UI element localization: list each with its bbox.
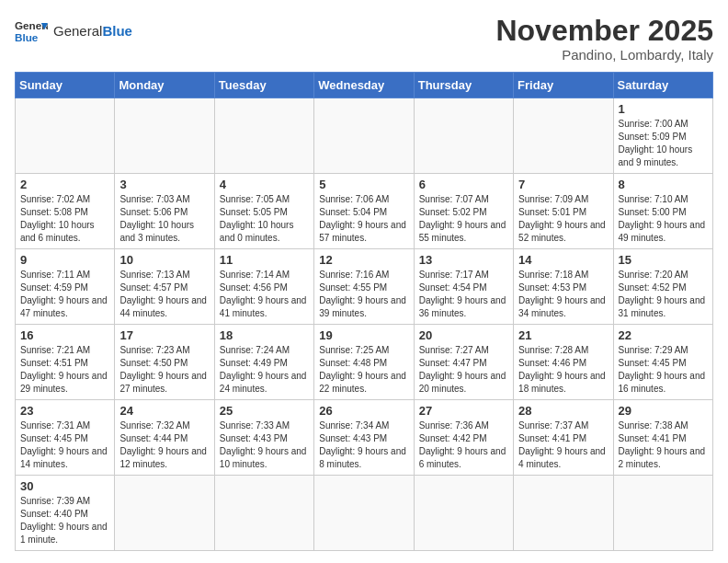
day-cell: 24Sunrise: 7:32 AM Sunset: 4:44 PM Dayli…	[115, 400, 214, 476]
day-info: Sunrise: 7:28 AM Sunset: 4:46 PM Dayligh…	[518, 344, 608, 396]
day-number: 7	[518, 178, 608, 191]
day-number: 29	[619, 404, 708, 418]
day-number: 4	[220, 178, 309, 191]
day-header-monday: Monday	[115, 73, 214, 98]
day-header-saturday: Saturday	[613, 73, 712, 98]
day-info: Sunrise: 7:25 AM Sunset: 4:48 PM Dayligh…	[319, 344, 408, 396]
day-cell	[613, 476, 712, 551]
day-cell: 23Sunrise: 7:31 AM Sunset: 4:45 PM Dayli…	[16, 400, 115, 476]
day-cell	[214, 98, 313, 174]
day-cell	[414, 98, 513, 174]
day-cell: 11Sunrise: 7:14 AM Sunset: 4:56 PM Dayli…	[214, 249, 313, 325]
day-cell	[16, 98, 115, 174]
day-info: Sunrise: 7:34 AM Sunset: 4:43 PM Dayligh…	[319, 419, 408, 471]
day-cell: 16Sunrise: 7:21 AM Sunset: 4:51 PM Dayli…	[16, 325, 115, 400]
day-info: Sunrise: 7:05 AM Sunset: 5:05 PM Dayligh…	[220, 193, 309, 245]
day-cell: 2Sunrise: 7:02 AM Sunset: 5:08 PM Daylig…	[16, 174, 115, 249]
logo-icon: General Blue	[15, 15, 48, 48]
day-info: Sunrise: 7:27 AM Sunset: 4:47 PM Dayligh…	[419, 344, 508, 396]
day-number: 18	[220, 328, 309, 342]
day-info: Sunrise: 7:03 AM Sunset: 5:06 PM Dayligh…	[119, 193, 209, 245]
day-number: 3	[119, 178, 209, 191]
day-number: 10	[119, 253, 209, 267]
day-number: 17	[119, 328, 209, 342]
day-number: 21	[518, 328, 608, 342]
day-number: 20	[419, 328, 508, 342]
day-header-tuesday: Tuesday	[214, 73, 313, 98]
day-number: 14	[518, 253, 608, 267]
day-info: Sunrise: 7:17 AM Sunset: 4:54 PM Dayligh…	[419, 269, 508, 320]
day-header-sunday: Sunday	[16, 73, 115, 98]
day-info: Sunrise: 7:23 AM Sunset: 4:50 PM Dayligh…	[119, 344, 209, 396]
day-info: Sunrise: 7:07 AM Sunset: 5:02 PM Dayligh…	[419, 193, 508, 245]
location: Pandino, Lombardy, Italy	[495, 47, 713, 63]
day-cell: 25Sunrise: 7:33 AM Sunset: 4:43 PM Dayli…	[214, 400, 313, 476]
day-number: 19	[319, 328, 408, 342]
day-info: Sunrise: 7:09 AM Sunset: 5:01 PM Dayligh…	[518, 193, 608, 245]
day-number: 25	[220, 404, 309, 418]
days-header-row: SundayMondayTuesdayWednesdayThursdayFrid…	[16, 73, 713, 98]
day-info: Sunrise: 7:16 AM Sunset: 4:55 PM Dayligh…	[319, 269, 408, 320]
day-cell: 5Sunrise: 7:06 AM Sunset: 5:04 PM Daylig…	[314, 174, 414, 249]
day-number: 15	[619, 253, 708, 267]
day-info: Sunrise: 7:21 AM Sunset: 4:51 PM Dayligh…	[20, 344, 109, 396]
day-cell: 6Sunrise: 7:07 AM Sunset: 5:02 PM Daylig…	[414, 174, 513, 249]
day-cell: 22Sunrise: 7:29 AM Sunset: 4:45 PM Dayli…	[613, 325, 712, 400]
week-row-3: 9Sunrise: 7:11 AM Sunset: 4:59 PM Daylig…	[16, 249, 713, 325]
day-info: Sunrise: 7:39 AM Sunset: 4:40 PM Dayligh…	[20, 495, 109, 546]
day-number: 30	[20, 479, 109, 493]
day-info: Sunrise: 7:32 AM Sunset: 4:44 PM Dayligh…	[119, 419, 209, 471]
day-cell: 3Sunrise: 7:03 AM Sunset: 5:06 PM Daylig…	[115, 174, 214, 249]
day-cell	[314, 476, 414, 551]
day-cell: 18Sunrise: 7:24 AM Sunset: 4:49 PM Dayli…	[214, 325, 313, 400]
day-cell: 14Sunrise: 7:18 AM Sunset: 4:53 PM Dayli…	[514, 249, 613, 325]
day-number: 22	[619, 328, 708, 342]
day-cell	[115, 98, 214, 174]
week-row-1: 1Sunrise: 7:00 AM Sunset: 5:09 PM Daylig…	[16, 98, 713, 174]
day-cell: 9Sunrise: 7:11 AM Sunset: 4:59 PM Daylig…	[16, 249, 115, 325]
day-cell	[414, 476, 513, 551]
day-number: 13	[419, 253, 508, 267]
day-info: Sunrise: 7:02 AM Sunset: 5:08 PM Dayligh…	[20, 193, 109, 245]
day-cell: 17Sunrise: 7:23 AM Sunset: 4:50 PM Dayli…	[115, 325, 214, 400]
day-cell	[314, 98, 414, 174]
day-number: 1	[619, 102, 708, 116]
day-cell: 20Sunrise: 7:27 AM Sunset: 4:47 PM Dayli…	[414, 325, 513, 400]
day-cell: 21Sunrise: 7:28 AM Sunset: 4:46 PM Dayli…	[514, 325, 613, 400]
logo-text: GeneralBlue	[53, 23, 132, 40]
day-cell: 12Sunrise: 7:16 AM Sunset: 4:55 PM Dayli…	[314, 249, 414, 325]
day-cell: 13Sunrise: 7:17 AM Sunset: 4:54 PM Dayli…	[414, 249, 513, 325]
day-header-thursday: Thursday	[414, 73, 513, 98]
title-block: November 2025 Pandino, Lombardy, Italy	[495, 15, 713, 63]
day-number: 24	[119, 404, 209, 418]
day-number: 28	[518, 404, 608, 418]
day-cell: 4Sunrise: 7:05 AM Sunset: 5:05 PM Daylig…	[214, 174, 313, 249]
day-info: Sunrise: 7:10 AM Sunset: 5:00 PM Dayligh…	[619, 193, 708, 245]
day-cell	[214, 476, 313, 551]
day-number: 11	[220, 253, 309, 267]
day-cell: 7Sunrise: 7:09 AM Sunset: 5:01 PM Daylig…	[514, 174, 613, 249]
day-cell: 10Sunrise: 7:13 AM Sunset: 4:57 PM Dayli…	[115, 249, 214, 325]
day-number: 23	[20, 404, 109, 418]
day-info: Sunrise: 7:14 AM Sunset: 4:56 PM Dayligh…	[220, 269, 309, 320]
week-row-5: 23Sunrise: 7:31 AM Sunset: 4:45 PM Dayli…	[16, 400, 713, 476]
day-info: Sunrise: 7:36 AM Sunset: 4:42 PM Dayligh…	[419, 419, 508, 471]
week-row-2: 2Sunrise: 7:02 AM Sunset: 5:08 PM Daylig…	[16, 174, 713, 249]
day-cell: 26Sunrise: 7:34 AM Sunset: 4:43 PM Dayli…	[314, 400, 414, 476]
week-row-4: 16Sunrise: 7:21 AM Sunset: 4:51 PM Dayli…	[16, 325, 713, 400]
day-number: 6	[419, 178, 508, 191]
day-info: Sunrise: 7:37 AM Sunset: 4:41 PM Dayligh…	[518, 419, 608, 471]
svg-text:Blue: Blue	[15, 31, 39, 43]
day-info: Sunrise: 7:24 AM Sunset: 4:49 PM Dayligh…	[220, 344, 309, 396]
day-number: 27	[419, 404, 508, 418]
day-info: Sunrise: 7:06 AM Sunset: 5:04 PM Dayligh…	[319, 193, 408, 245]
day-header-wednesday: Wednesday	[314, 73, 414, 98]
day-info: Sunrise: 7:29 AM Sunset: 4:45 PM Dayligh…	[619, 344, 708, 396]
day-info: Sunrise: 7:18 AM Sunset: 4:53 PM Dayligh…	[518, 269, 608, 320]
day-info: Sunrise: 7:33 AM Sunset: 4:43 PM Dayligh…	[220, 419, 309, 471]
day-number: 8	[619, 178, 708, 191]
week-row-6: 30Sunrise: 7:39 AM Sunset: 4:40 PM Dayli…	[16, 476, 713, 551]
day-cell	[514, 476, 613, 551]
day-cell: 1Sunrise: 7:00 AM Sunset: 5:09 PM Daylig…	[613, 98, 712, 174]
day-header-friday: Friday	[514, 73, 613, 98]
